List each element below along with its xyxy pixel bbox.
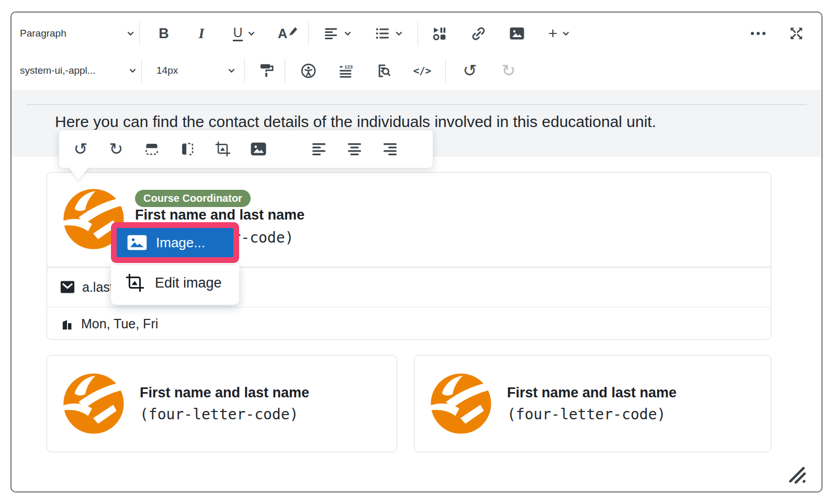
wordcount-icon: 123 bbox=[339, 63, 354, 78]
menu-item-edit-image[interactable]: Edit image bbox=[111, 265, 239, 300]
profile-logo-image[interactable] bbox=[60, 370, 127, 437]
image-button[interactable] bbox=[504, 19, 530, 48]
font-family-select[interactable]: system-ui,-appl... bbox=[20, 56, 136, 85]
chevron-down-icon bbox=[344, 31, 351, 36]
align-right-button[interactable] bbox=[378, 135, 402, 163]
find-replace-icon bbox=[376, 63, 391, 78]
menu-item-label: Image... bbox=[156, 235, 205, 251]
email-text: a.last bbox=[82, 280, 114, 295]
person-name: First name and last name bbox=[135, 207, 305, 223]
toolbar-separator bbox=[308, 21, 309, 45]
person-name: First name and last name bbox=[507, 385, 677, 401]
paint-roller-icon bbox=[260, 63, 274, 78]
resize-grip-icon bbox=[786, 463, 808, 485]
image-context-menu: Image... Edit image bbox=[111, 222, 239, 305]
toolbar-separator bbox=[141, 59, 142, 83]
wordcount-button[interactable]: 123 bbox=[332, 56, 359, 85]
find-replace-button[interactable] bbox=[370, 56, 397, 85]
text-color-button[interactable]: A bbox=[272, 19, 300, 48]
availability-text: Mon, Tue, Fri bbox=[81, 316, 158, 331]
undo-button[interactable]: ↺ bbox=[456, 56, 483, 85]
person-card[interactable]: First name and last name (four-letter-co… bbox=[414, 355, 771, 452]
toolbar-separator bbox=[139, 21, 140, 45]
align-button[interactable] bbox=[316, 19, 359, 48]
media-icon bbox=[433, 27, 447, 41]
building-icon bbox=[60, 317, 74, 331]
toolbar-separator bbox=[244, 59, 245, 83]
align-center-button[interactable] bbox=[343, 135, 367, 163]
image-button[interactable] bbox=[246, 135, 271, 163]
menu-item-image[interactable]: Image... bbox=[117, 228, 233, 257]
insert-plus-button[interactable]: + bbox=[538, 19, 579, 48]
chevron-down-icon bbox=[127, 31, 134, 36]
role-badge: Course Coordinator bbox=[135, 190, 251, 207]
svg-text:123: 123 bbox=[344, 64, 353, 70]
rotate-left-button[interactable]: ↺ bbox=[69, 135, 93, 163]
image-icon bbox=[251, 142, 266, 156]
person-card[interactable]: First name and last name (four-letter-co… bbox=[47, 355, 397, 452]
image-icon bbox=[127, 235, 147, 250]
toolbar-pointer-caret bbox=[68, 167, 89, 180]
ellipsis-icon bbox=[750, 31, 766, 36]
accessibility-check-button[interactable] bbox=[295, 56, 322, 85]
block-format-select[interactable]: Paragraph bbox=[20, 19, 134, 48]
image-context-toolbar: ↺ ↻ bbox=[59, 130, 433, 168]
flip-vertical-button[interactable] bbox=[140, 135, 164, 163]
flip-vertical-icon bbox=[144, 141, 160, 157]
toolbar-row-2: system-ui,-appl... 14px bbox=[12, 52, 821, 89]
align-left-icon bbox=[312, 142, 327, 156]
font-size-select[interactable]: 14px bbox=[156, 56, 235, 85]
menu-item-label: Edit image bbox=[155, 275, 222, 291]
person-code: (four-letter-code) bbox=[507, 406, 677, 423]
fullscreen-button[interactable] bbox=[783, 19, 810, 48]
chevron-down-icon bbox=[129, 68, 136, 73]
editor-screenshot: Paragraph B I U A bbox=[0, 0, 833, 504]
envelope-icon bbox=[60, 281, 75, 293]
italic-button[interactable]: I bbox=[189, 19, 214, 48]
chevron-down-icon bbox=[562, 31, 569, 36]
chevron-down-icon bbox=[228, 68, 235, 73]
toolbar-separator bbox=[285, 59, 285, 83]
list-button[interactable] bbox=[367, 19, 410, 48]
format-painter-button[interactable] bbox=[253, 56, 280, 85]
align-left-button[interactable] bbox=[307, 135, 331, 163]
edit-image-button[interactable] bbox=[211, 135, 235, 163]
align-right-icon bbox=[383, 142, 398, 156]
rotate-right-button[interactable]: ↻ bbox=[104, 135, 128, 163]
intro-paragraph[interactable]: Here you can find the contact details of… bbox=[55, 113, 656, 131]
editor-resize-handle[interactable] bbox=[786, 463, 808, 485]
horizontal-rule bbox=[26, 104, 807, 105]
availability-row: Mon, Tue, Fri bbox=[47, 307, 771, 340]
font-size-label: 14px bbox=[156, 65, 178, 76]
link-button[interactable] bbox=[465, 19, 491, 48]
image-icon bbox=[510, 27, 524, 40]
chevron-down-icon bbox=[396, 31, 402, 36]
source-code-button[interactable]: </> bbox=[407, 56, 438, 85]
chevron-down-icon bbox=[248, 31, 255, 36]
underline-button[interactable]: U bbox=[223, 19, 264, 48]
person-code: (four-letter-code) bbox=[140, 406, 309, 423]
link-icon bbox=[471, 27, 486, 41]
bold-button[interactable]: B bbox=[151, 19, 176, 48]
highlight-ring: Image... bbox=[111, 222, 239, 263]
more-options-button[interactable] bbox=[745, 19, 771, 48]
crop-edit-icon bbox=[126, 273, 144, 292]
font-family-label: system-ui,-appl... bbox=[20, 65, 96, 76]
pen-icon bbox=[288, 26, 299, 36]
fullscreen-icon bbox=[789, 26, 804, 41]
flip-horizontal-icon bbox=[179, 141, 195, 157]
flip-horizontal-button[interactable] bbox=[175, 135, 199, 163]
accessibility-icon bbox=[301, 63, 316, 78]
toolbar-row-1: Paragraph B I U A bbox=[12, 15, 821, 52]
person-name: First name and last name bbox=[140, 385, 309, 401]
media-button[interactable] bbox=[426, 19, 453, 48]
toolbar-separator bbox=[418, 21, 418, 45]
align-center-icon bbox=[347, 142, 362, 156]
profile-logo-image[interactable] bbox=[427, 370, 494, 437]
block-format-label: Paragraph bbox=[20, 28, 66, 39]
align-left-icon bbox=[324, 27, 338, 40]
crop-edit-icon bbox=[215, 141, 231, 157]
bullet-list-icon bbox=[376, 27, 389, 40]
menu-body: Edit image bbox=[111, 265, 239, 305]
redo-button[interactable]: ↻ bbox=[495, 56, 522, 85]
